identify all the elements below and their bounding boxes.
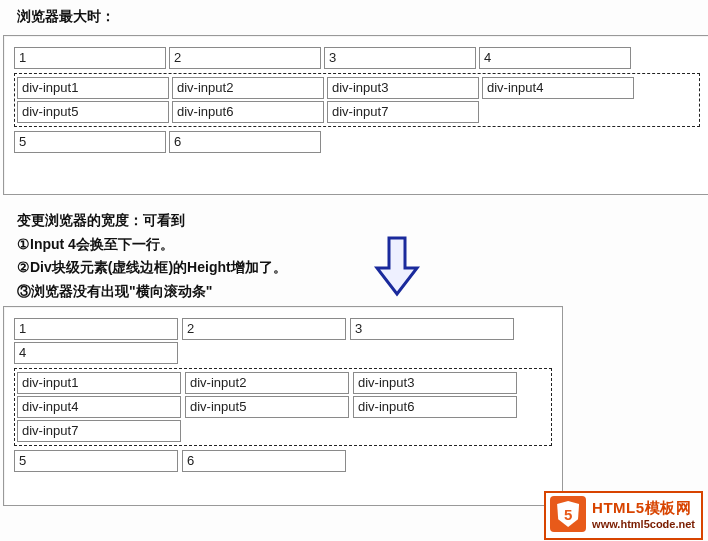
row-div-inputs: div-input1 div-input2 div-input3 div-inp…: [17, 371, 549, 443]
logo-title: HTML5模板网: [592, 499, 695, 518]
cell: div-input5: [185, 396, 349, 418]
resize-line-4: ③浏览器没有出现"横向滚动条": [17, 280, 708, 304]
cell: div-input4: [17, 396, 181, 418]
caption-max: 浏览器最大时：: [17, 5, 708, 29]
cell: 4: [14, 342, 178, 364]
resize-line-1: 变更浏览器的宽度：可看到: [17, 209, 708, 233]
div-block-dashed: div-input1 div-input2 div-input3 div-inp…: [14, 73, 700, 127]
cell: 2: [169, 47, 321, 69]
row-numbers-bottom: 5 6: [14, 449, 552, 473]
row-numbers-bottom: 5 6: [14, 130, 700, 154]
cell: 5: [14, 131, 166, 153]
row-numbers-top: 1 2 3 4: [14, 46, 700, 70]
logo-url: www.html5code.net: [592, 518, 695, 530]
cell: div-input1: [17, 77, 169, 99]
cell: 2: [182, 318, 346, 340]
cell: div-input3: [353, 372, 517, 394]
cell: 3: [350, 318, 514, 340]
cell: div-input2: [185, 372, 349, 394]
cell: div-input3: [327, 77, 479, 99]
caption-max-text: 浏览器最大时：: [17, 5, 708, 29]
logo-text: HTML5模板网 www.html5code.net: [592, 499, 695, 530]
cell: div-input4: [482, 77, 634, 99]
cell: 5: [14, 450, 178, 472]
cell: 1: [14, 47, 166, 69]
cell: div-input1: [17, 372, 181, 394]
watermark-logo: 5 HTML5模板网 www.html5code.net: [544, 491, 703, 540]
div-block-dashed: div-input1 div-input2 div-input3 div-inp…: [14, 368, 552, 446]
resize-line-2: ①Input 4会换至下一行。: [17, 233, 708, 257]
cell: 6: [169, 131, 321, 153]
cell: div-input6: [172, 101, 324, 123]
row-div-inputs: div-input1 div-input2 div-input3 div-inp…: [17, 76, 697, 124]
cell: 6: [182, 450, 346, 472]
caption-resize: 变更浏览器的宽度：可看到 ①Input 4会换至下一行。 ②Div块级元素(虚线…: [17, 209, 708, 304]
cell: div-input7: [327, 101, 479, 123]
cell: div-input6: [353, 396, 517, 418]
cell: 1: [14, 318, 178, 340]
panel-wide: 1 2 3 4 div-input1 div-input2 div-input3…: [3, 35, 708, 195]
row-numbers-top: 1 2 3 4: [14, 317, 552, 365]
panel-narrow: 1 2 3 4 div-input1 div-input2 div-input3…: [3, 306, 563, 506]
cell: div-input2: [172, 77, 324, 99]
cell: 4: [479, 47, 631, 69]
resize-line-3: ②Div块级元素(虚线边框)的Height增加了。: [17, 256, 708, 280]
shield-number: 5: [557, 501, 579, 527]
arrow-down-icon: [373, 234, 421, 301]
cell: 3: [324, 47, 476, 69]
html5-shield-icon: 5: [550, 496, 586, 532]
cell: div-input7: [17, 420, 181, 442]
cell: div-input5: [17, 101, 169, 123]
